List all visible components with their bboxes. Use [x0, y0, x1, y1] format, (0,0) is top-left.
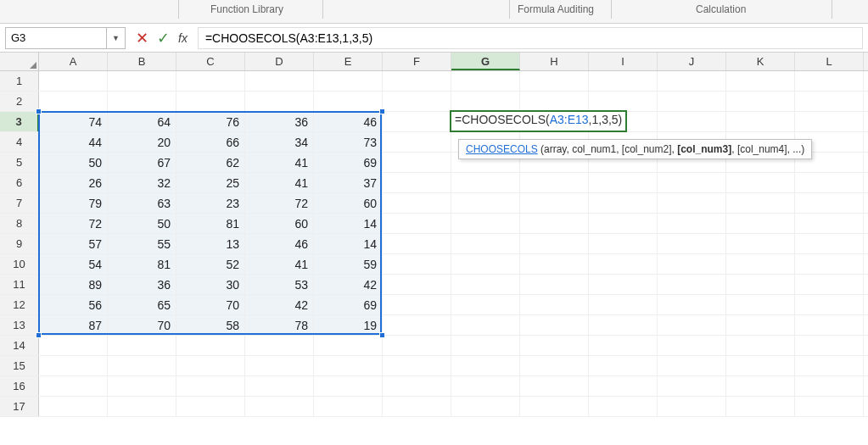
cell-j13[interactable]: [658, 315, 726, 335]
cell-i10[interactable]: [589, 254, 658, 274]
cell-k11[interactable]: [726, 275, 795, 294]
cell-c17[interactable]: [176, 397, 245, 416]
cell-d14[interactable]: [245, 336, 314, 355]
cell-l14[interactable]: [795, 336, 864, 355]
cell-b10[interactable]: 81: [108, 254, 176, 274]
cell-b14[interactable]: [108, 336, 176, 355]
row-header-15[interactable]: 15: [0, 356, 39, 375]
cell-h8[interactable]: [520, 214, 589, 233]
cell-k3[interactable]: [726, 112, 795, 131]
cell-c15[interactable]: [176, 356, 245, 375]
row-header-17[interactable]: 17: [0, 397, 39, 416]
cell-d2[interactable]: [245, 92, 314, 111]
tooltip-function-link[interactable]: CHOOSECOLS: [466, 143, 538, 155]
cell-e1[interactable]: [314, 71, 383, 91]
cell-a3[interactable]: 74: [39, 112, 108, 131]
cell-d8[interactable]: 60: [245, 214, 314, 233]
cell-a8[interactable]: 72: [39, 214, 108, 233]
cell-h16[interactable]: [520, 376, 589, 396]
cell-f5[interactable]: [383, 153, 451, 172]
column-header-h[interactable]: H: [520, 53, 589, 70]
cell-e6[interactable]: 37: [314, 173, 383, 192]
cell-c16[interactable]: [176, 376, 245, 396]
column-header-c[interactable]: C: [176, 53, 245, 70]
cell-e14[interactable]: [314, 336, 383, 355]
formula-enter-button[interactable]: ✓: [157, 29, 170, 47]
cell-i11[interactable]: [589, 275, 658, 294]
cell-b6[interactable]: 32: [108, 173, 176, 192]
cell-h14[interactable]: [520, 336, 589, 355]
cell-e13[interactable]: 19: [314, 315, 383, 335]
cell-f9[interactable]: [383, 234, 451, 253]
cell-c10[interactable]: 52: [176, 254, 245, 274]
column-header-d[interactable]: D: [245, 53, 314, 70]
cell-k15[interactable]: [726, 356, 795, 375]
cell-d11[interactable]: 53: [245, 275, 314, 294]
cell-k13[interactable]: [726, 315, 795, 335]
cell-j6[interactable]: [658, 173, 726, 192]
cell-l15[interactable]: [795, 356, 864, 375]
cell-a15[interactable]: [39, 356, 108, 375]
cell-c9[interactable]: 13: [176, 234, 245, 253]
cell-a11[interactable]: 89: [39, 275, 108, 294]
cell-k8[interactable]: [726, 214, 795, 233]
cell-k14[interactable]: [726, 336, 795, 355]
cell-g6[interactable]: [451, 173, 520, 192]
cell-h13[interactable]: [520, 315, 589, 335]
cell-l11[interactable]: [795, 275, 864, 294]
cell-e8[interactable]: 14: [314, 214, 383, 233]
cell-f12[interactable]: [383, 295, 451, 314]
cell-i6[interactable]: [589, 173, 658, 192]
cell-g7[interactable]: [451, 193, 520, 213]
cell-a17[interactable]: [39, 397, 108, 416]
cell-j9[interactable]: [658, 234, 726, 253]
formula-input[interactable]: [198, 27, 863, 49]
cell-i16[interactable]: [589, 376, 658, 396]
cell-f4[interactable]: [383, 132, 451, 152]
cell-b4[interactable]: 20: [108, 132, 176, 152]
cell-g1[interactable]: [451, 71, 520, 91]
cell-f13[interactable]: [383, 315, 451, 335]
insert-function-button[interactable]: fx: [178, 31, 188, 45]
cell-g15[interactable]: [451, 356, 520, 375]
cell-a5[interactable]: 50: [39, 153, 108, 172]
cell-b16[interactable]: [108, 376, 176, 396]
cell-l9[interactable]: [795, 234, 864, 253]
cell-f11[interactable]: [383, 275, 451, 294]
cell-e7[interactable]: 60: [314, 193, 383, 213]
cell-k12[interactable]: [726, 295, 795, 314]
cell-f10[interactable]: [383, 254, 451, 274]
cell-i13[interactable]: [589, 315, 658, 335]
cell-g14[interactable]: [451, 336, 520, 355]
cell-a9[interactable]: 57: [39, 234, 108, 253]
cell-c4[interactable]: 66: [176, 132, 245, 152]
cell-a12[interactable]: 56: [39, 295, 108, 314]
row-header-9[interactable]: 9: [0, 234, 39, 253]
cell-e17[interactable]: [314, 397, 383, 416]
row-header-4[interactable]: 4: [0, 132, 39, 152]
cell-f2[interactable]: [383, 92, 451, 111]
cell-j15[interactable]: [658, 356, 726, 375]
column-header-f[interactable]: F: [383, 53, 451, 70]
cell-f16[interactable]: [383, 376, 451, 396]
cell-d10[interactable]: 41: [245, 254, 314, 274]
cell-d16[interactable]: [245, 376, 314, 396]
cell-l10[interactable]: [795, 254, 864, 274]
cell-f14[interactable]: [383, 336, 451, 355]
cell-a4[interactable]: 44: [39, 132, 108, 152]
cell-d4[interactable]: 34: [245, 132, 314, 152]
cell-c8[interactable]: 81: [176, 214, 245, 233]
cell-i15[interactable]: [589, 356, 658, 375]
row-header-1[interactable]: 1: [0, 71, 39, 91]
cell-j8[interactable]: [658, 214, 726, 233]
active-cell-editor[interactable]: =CHOOSECOLS(A3:E13,1,3,5): [450, 110, 627, 132]
select-all-corner[interactable]: [0, 53, 39, 70]
cell-g13[interactable]: [451, 315, 520, 335]
cell-c12[interactable]: 70: [176, 295, 245, 314]
row-header-8[interactable]: 8: [0, 214, 39, 233]
cell-i2[interactable]: [589, 92, 658, 111]
cell-a7[interactable]: 79: [39, 193, 108, 213]
cell-j7[interactable]: [658, 193, 726, 213]
cell-c11[interactable]: 30: [176, 275, 245, 294]
cell-e4[interactable]: 73: [314, 132, 383, 152]
